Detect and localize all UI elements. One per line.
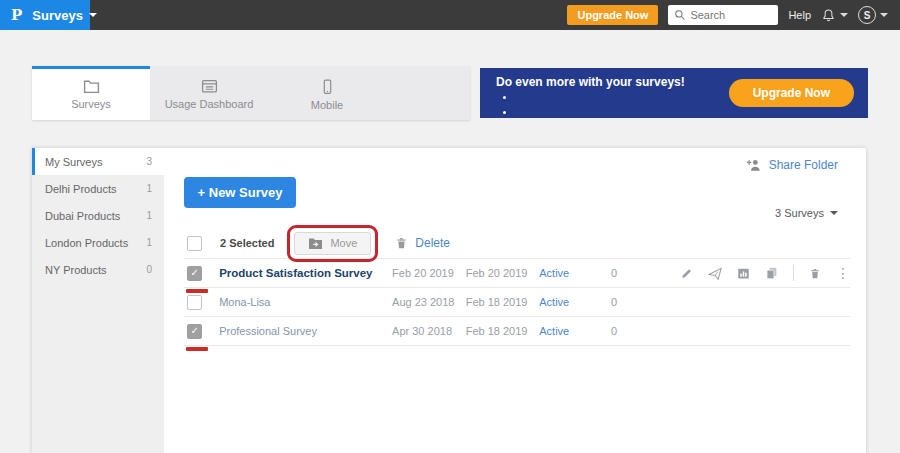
survey-row: Professional Survey Apr 30 2018 Feb 18 2… bbox=[184, 317, 850, 346]
responses-count: 0 bbox=[611, 296, 680, 308]
responses-count: 0 bbox=[611, 267, 680, 279]
sidebar-item-my-surveys[interactable]: My Surveys 3 bbox=[32, 148, 164, 175]
search-box[interactable] bbox=[668, 5, 778, 25]
tab-label: Usage Dashboard bbox=[165, 98, 254, 110]
move-button-wrap: Move bbox=[294, 232, 371, 255]
help-link[interactable]: Help bbox=[788, 9, 811, 21]
sidebar-item-ny-products[interactable]: NY Products 0 bbox=[32, 256, 164, 283]
survey-row: Product Satisfaction Survey Feb 20 2019 … bbox=[184, 259, 850, 288]
survey-row: Mona-Lisa Aug 23 2018 Feb 18 2019 Active… bbox=[184, 288, 850, 317]
upgrade-now-button[interactable]: Upgrade Now bbox=[567, 5, 658, 25]
move-button[interactable]: Move bbox=[294, 232, 371, 255]
paper-plane-icon bbox=[708, 267, 722, 280]
folder-count: 1 bbox=[146, 183, 152, 194]
folder-name: London Products bbox=[45, 237, 128, 249]
trash-icon bbox=[395, 236, 408, 250]
trash-icon bbox=[809, 267, 821, 280]
folder-count: 0 bbox=[146, 264, 152, 275]
surveys-count-dropdown[interactable]: 3 Surveys bbox=[775, 207, 838, 219]
topbar-actions: Upgrade Now Help S bbox=[567, 5, 900, 25]
surveys-count-label: 3 Surveys bbox=[775, 207, 824, 219]
sidebar-item-dubai-products[interactable]: Dubai Products 1 bbox=[32, 202, 164, 229]
account-menu[interactable]: S bbox=[858, 6, 888, 24]
tab-label: Mobile bbox=[311, 99, 343, 111]
row-check-cell bbox=[184, 266, 217, 281]
folder-name: Delhi Products bbox=[45, 183, 117, 195]
banner-upgrade-button[interactable]: Upgrade Now bbox=[729, 79, 854, 107]
mobile-icon bbox=[320, 79, 335, 95]
actions-divider bbox=[793, 265, 794, 281]
surveys-content: Share Folder + New Survey 3 Surveys 2 Se… bbox=[164, 148, 866, 453]
survey-title-link[interactable]: Mona-Lisa bbox=[217, 296, 392, 308]
select-all-checkbox[interactable] bbox=[187, 236, 202, 251]
duplicate-button[interactable] bbox=[765, 266, 778, 280]
share-folder-icon bbox=[746, 158, 762, 172]
promo-banner: Do even more with your surveys! Upgrade … bbox=[480, 68, 868, 118]
created-date: Aug 23 2018 bbox=[392, 296, 466, 308]
pencil-icon bbox=[680, 267, 693, 280]
folder-name: NY Products bbox=[45, 264, 107, 276]
reports-button[interactable] bbox=[737, 267, 750, 280]
search-icon bbox=[674, 9, 686, 21]
responses-count: 0 bbox=[611, 325, 680, 337]
surveys-table: 2 Selected Move Delete Product Satis bbox=[184, 228, 850, 346]
move-button-label: Move bbox=[330, 237, 357, 249]
folder-count: 3 bbox=[146, 156, 152, 167]
app-switcher[interactable]: Surveys bbox=[32, 8, 97, 23]
primary-tabs: Surveys Usage Dashboard Mobile bbox=[32, 66, 470, 120]
folder-icon bbox=[83, 79, 100, 94]
more-options-button[interactable]: ⋮ bbox=[836, 266, 850, 280]
bar-chart-icon bbox=[737, 267, 750, 280]
notifications-menu[interactable] bbox=[821, 8, 848, 23]
delete-button-label: Delete bbox=[415, 236, 450, 250]
status-link[interactable]: Active bbox=[539, 267, 611, 279]
main-panel: My Surveys 3 Delhi Products 1 Dubai Prod… bbox=[32, 148, 866, 453]
folder-name: Dubai Products bbox=[45, 210, 120, 222]
select-all-cell bbox=[184, 236, 220, 251]
folder-count: 1 bbox=[146, 237, 152, 248]
tab-mobile[interactable]: Mobile bbox=[268, 66, 386, 120]
search-input[interactable] bbox=[690, 9, 770, 21]
chevron-down-icon bbox=[840, 13, 848, 17]
edit-button[interactable] bbox=[680, 267, 693, 280]
row-checkbox[interactable] bbox=[187, 295, 202, 310]
status-link[interactable]: Active bbox=[539, 296, 611, 308]
folder-name: My Surveys bbox=[45, 156, 102, 168]
modified-date: Feb 18 2019 bbox=[466, 325, 540, 337]
brand-logo: P bbox=[11, 6, 22, 24]
share-folder-button[interactable]: Share Folder bbox=[746, 158, 838, 172]
bell-icon bbox=[821, 8, 836, 23]
selected-count-label: 2 Selected bbox=[220, 237, 274, 249]
selection-bar: 2 Selected Move Delete bbox=[184, 228, 850, 259]
share-folder-label: Share Folder bbox=[769, 158, 838, 172]
tab-usage-dashboard[interactable]: Usage Dashboard bbox=[150, 66, 268, 120]
survey-title-link[interactable]: Product Satisfaction Survey bbox=[217, 267, 392, 279]
status-link[interactable]: Active bbox=[539, 325, 611, 337]
folders-sidebar: My Surveys 3 Delhi Products 1 Dubai Prod… bbox=[32, 148, 164, 453]
sidebar-item-delhi-products[interactable]: Delhi Products 1 bbox=[32, 175, 164, 202]
dashboard-icon bbox=[201, 79, 218, 94]
created-date: Feb 20 2019 bbox=[392, 267, 466, 279]
row-actions: ⋮ bbox=[680, 265, 850, 281]
app-switcher-label: Surveys bbox=[32, 8, 83, 23]
annotation-underline bbox=[186, 347, 208, 351]
delete-button[interactable]: Delete bbox=[395, 236, 450, 250]
row-checkbox[interactable] bbox=[187, 266, 202, 281]
survey-title-link[interactable]: Professional Survey bbox=[217, 325, 392, 337]
row-checkbox[interactable] bbox=[187, 324, 202, 339]
app-logo-menu[interactable]: P Surveys bbox=[0, 0, 90, 30]
new-survey-button[interactable]: + New Survey bbox=[184, 177, 296, 208]
sidebar-item-london-products[interactable]: London Products 1 bbox=[32, 229, 164, 256]
folder-count: 1 bbox=[146, 210, 152, 221]
top-bar: P Surveys Upgrade Now Help S bbox=[0, 0, 900, 30]
row-delete-button[interactable] bbox=[809, 267, 821, 280]
chevron-down-icon bbox=[880, 13, 888, 17]
tab-surveys[interactable]: Surveys bbox=[32, 66, 150, 120]
send-button[interactable] bbox=[708, 267, 722, 280]
tab-label: Surveys bbox=[71, 98, 111, 110]
survey-rows: Product Satisfaction Survey Feb 20 2019 … bbox=[184, 259, 850, 346]
created-date: Apr 30 2018 bbox=[392, 325, 466, 337]
avatar: S bbox=[858, 6, 876, 24]
copy-icon bbox=[765, 266, 778, 280]
promo-bullet bbox=[516, 106, 868, 121]
